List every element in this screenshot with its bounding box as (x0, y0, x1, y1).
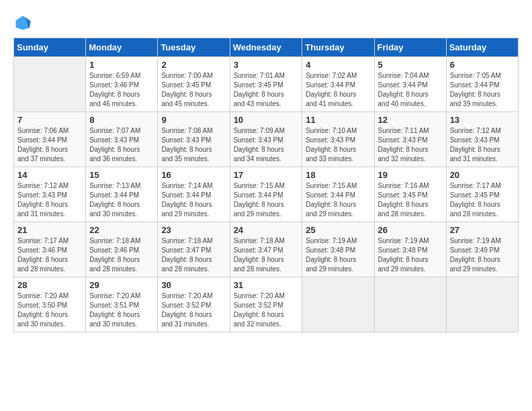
calendar-cell: 25Sunrise: 7:19 AM Sunset: 3:48 PM Dayli… (302, 222, 374, 277)
weekday-header: Saturday (446, 38, 518, 57)
calendar-cell: 3Sunrise: 7:01 AM Sunset: 3:45 PM Daylig… (230, 57, 302, 112)
day-info: Sunrise: 7:18 AM Sunset: 3:47 PM Dayligh… (161, 236, 226, 274)
day-number: 27 (450, 225, 515, 235)
page-header (13, 13, 519, 32)
day-info: Sunrise: 7:20 AM Sunset: 3:52 PM Dayligh… (161, 291, 226, 329)
calendar-cell: 7Sunrise: 7:06 AM Sunset: 3:44 PM Daylig… (14, 112, 86, 167)
day-number: 23 (161, 225, 226, 235)
day-number: 15 (89, 170, 154, 180)
calendar-table: SundayMondayTuesdayWednesdayThursdayFrid… (13, 38, 519, 332)
day-number: 19 (378, 170, 443, 180)
day-number: 6 (450, 60, 515, 70)
day-info: Sunrise: 7:19 AM Sunset: 3:48 PM Dayligh… (378, 236, 443, 274)
day-number: 11 (306, 115, 370, 125)
day-info: Sunrise: 7:02 AM Sunset: 3:44 PM Dayligh… (306, 71, 370, 109)
day-number: 20 (450, 170, 515, 180)
calendar-cell: 24Sunrise: 7:18 AM Sunset: 3:47 PM Dayli… (230, 222, 302, 277)
day-info: Sunrise: 7:19 AM Sunset: 3:48 PM Dayligh… (306, 236, 370, 274)
day-number: 18 (306, 170, 370, 180)
day-info: Sunrise: 7:20 AM Sunset: 3:52 PM Dayligh… (234, 291, 299, 329)
day-info: Sunrise: 7:01 AM Sunset: 3:45 PM Dayligh… (234, 71, 299, 109)
calendar-cell (302, 277, 374, 332)
day-number: 7 (17, 115, 82, 125)
logo (13, 13, 35, 32)
weekday-header: Wednesday (230, 38, 302, 57)
day-info: Sunrise: 7:04 AM Sunset: 3:44 PM Dayligh… (378, 71, 443, 109)
calendar-cell: 6Sunrise: 7:05 AM Sunset: 3:44 PM Daylig… (446, 57, 518, 112)
day-info: Sunrise: 7:13 AM Sunset: 3:44 PM Dayligh… (89, 181, 154, 219)
day-info: Sunrise: 7:06 AM Sunset: 3:44 PM Dayligh… (17, 126, 82, 164)
calendar-week-row: 14Sunrise: 7:12 AM Sunset: 3:43 PM Dayli… (14, 167, 519, 222)
calendar-week-row: 7Sunrise: 7:06 AM Sunset: 3:44 PM Daylig… (14, 112, 519, 167)
day-info: Sunrise: 7:05 AM Sunset: 3:44 PM Dayligh… (450, 71, 515, 109)
calendar-cell: 29Sunrise: 7:20 AM Sunset: 3:51 PM Dayli… (86, 277, 158, 332)
day-info: Sunrise: 7:14 AM Sunset: 3:44 PM Dayligh… (161, 181, 226, 219)
day-number: 8 (89, 115, 154, 125)
calendar-cell: 23Sunrise: 7:18 AM Sunset: 3:47 PM Dayli… (158, 222, 230, 277)
day-number: 12 (378, 115, 443, 125)
calendar-cell: 13Sunrise: 7:12 AM Sunset: 3:43 PM Dayli… (446, 112, 518, 167)
calendar-cell (446, 277, 518, 332)
day-number: 16 (161, 170, 226, 180)
calendar-week-row: 28Sunrise: 7:20 AM Sunset: 3:50 PM Dayli… (14, 277, 519, 332)
day-info: Sunrise: 7:07 AM Sunset: 3:43 PM Dayligh… (89, 126, 154, 164)
calendar-cell: 9Sunrise: 7:08 AM Sunset: 3:43 PM Daylig… (158, 112, 230, 167)
calendar-cell: 22Sunrise: 7:18 AM Sunset: 3:46 PM Dayli… (86, 222, 158, 277)
day-number: 13 (450, 115, 515, 125)
day-info: Sunrise: 7:18 AM Sunset: 3:46 PM Dayligh… (89, 236, 154, 274)
day-info: Sunrise: 7:09 AM Sunset: 3:43 PM Dayligh… (234, 126, 299, 164)
day-number: 30 (161, 280, 226, 290)
day-number: 28 (17, 280, 82, 290)
day-number: 31 (234, 280, 299, 290)
day-info: Sunrise: 7:19 AM Sunset: 3:49 PM Dayligh… (450, 236, 515, 274)
calendar-week-row: 1Sunrise: 6:59 AM Sunset: 3:46 PM Daylig… (14, 57, 519, 112)
day-number: 4 (306, 60, 370, 70)
day-info: Sunrise: 7:00 AM Sunset: 3:45 PM Dayligh… (161, 71, 226, 109)
calendar-cell: 2Sunrise: 7:00 AM Sunset: 3:45 PM Daylig… (158, 57, 230, 112)
day-number: 26 (378, 225, 443, 235)
day-number: 21 (17, 225, 82, 235)
day-number: 17 (234, 170, 299, 180)
calendar-cell: 30Sunrise: 7:20 AM Sunset: 3:52 PM Dayli… (158, 277, 230, 332)
day-info: Sunrise: 7:16 AM Sunset: 3:45 PM Dayligh… (378, 181, 443, 219)
day-number: 22 (89, 225, 154, 235)
day-info: Sunrise: 7:18 AM Sunset: 3:47 PM Dayligh… (234, 236, 299, 274)
day-info: Sunrise: 7:12 AM Sunset: 3:43 PM Dayligh… (450, 126, 515, 164)
calendar-cell: 8Sunrise: 7:07 AM Sunset: 3:43 PM Daylig… (86, 112, 158, 167)
calendar-cell: 19Sunrise: 7:16 AM Sunset: 3:45 PM Dayli… (374, 167, 446, 222)
day-info: Sunrise: 7:20 AM Sunset: 3:50 PM Dayligh… (17, 291, 82, 329)
calendar-cell (14, 57, 86, 112)
calendar-cell: 27Sunrise: 7:19 AM Sunset: 3:49 PM Dayli… (446, 222, 518, 277)
weekday-header-row: SundayMondayTuesdayWednesdayThursdayFrid… (14, 38, 519, 57)
calendar-cell: 14Sunrise: 7:12 AM Sunset: 3:43 PM Dayli… (14, 167, 86, 222)
day-info: Sunrise: 7:15 AM Sunset: 3:44 PM Dayligh… (234, 181, 299, 219)
weekday-header: Tuesday (158, 38, 230, 57)
day-info: Sunrise: 7:11 AM Sunset: 3:43 PM Dayligh… (378, 126, 443, 164)
day-info: Sunrise: 6:59 AM Sunset: 3:46 PM Dayligh… (89, 71, 154, 109)
day-number: 24 (234, 225, 299, 235)
calendar-cell: 17Sunrise: 7:15 AM Sunset: 3:44 PM Dayli… (230, 167, 302, 222)
weekday-header: Friday (374, 38, 446, 57)
day-number: 5 (378, 60, 443, 70)
day-number: 29 (89, 280, 154, 290)
calendar-cell: 21Sunrise: 7:17 AM Sunset: 3:46 PM Dayli… (14, 222, 86, 277)
calendar-cell: 26Sunrise: 7:19 AM Sunset: 3:48 PM Dayli… (374, 222, 446, 277)
calendar-cell: 20Sunrise: 7:17 AM Sunset: 3:45 PM Dayli… (446, 167, 518, 222)
calendar-week-row: 21Sunrise: 7:17 AM Sunset: 3:46 PM Dayli… (14, 222, 519, 277)
calendar-cell: 12Sunrise: 7:11 AM Sunset: 3:43 PM Dayli… (374, 112, 446, 167)
day-number: 3 (234, 60, 299, 70)
day-number: 1 (89, 60, 154, 70)
logo-icon (13, 13, 32, 32)
day-info: Sunrise: 7:15 AM Sunset: 3:44 PM Dayligh… (306, 181, 370, 219)
calendar-cell: 4Sunrise: 7:02 AM Sunset: 3:44 PM Daylig… (302, 57, 374, 112)
calendar-cell: 31Sunrise: 7:20 AM Sunset: 3:52 PM Dayli… (230, 277, 302, 332)
weekday-header: Sunday (14, 38, 86, 57)
calendar-cell: 10Sunrise: 7:09 AM Sunset: 3:43 PM Dayli… (230, 112, 302, 167)
day-info: Sunrise: 7:17 AM Sunset: 3:45 PM Dayligh… (450, 181, 515, 219)
calendar-cell: 1Sunrise: 6:59 AM Sunset: 3:46 PM Daylig… (86, 57, 158, 112)
calendar-cell: 28Sunrise: 7:20 AM Sunset: 3:50 PM Dayli… (14, 277, 86, 332)
calendar-cell (374, 277, 446, 332)
calendar-cell: 11Sunrise: 7:10 AM Sunset: 3:43 PM Dayli… (302, 112, 374, 167)
day-info: Sunrise: 7:08 AM Sunset: 3:43 PM Dayligh… (161, 126, 226, 164)
calendar-cell: 15Sunrise: 7:13 AM Sunset: 3:44 PM Dayli… (86, 167, 158, 222)
